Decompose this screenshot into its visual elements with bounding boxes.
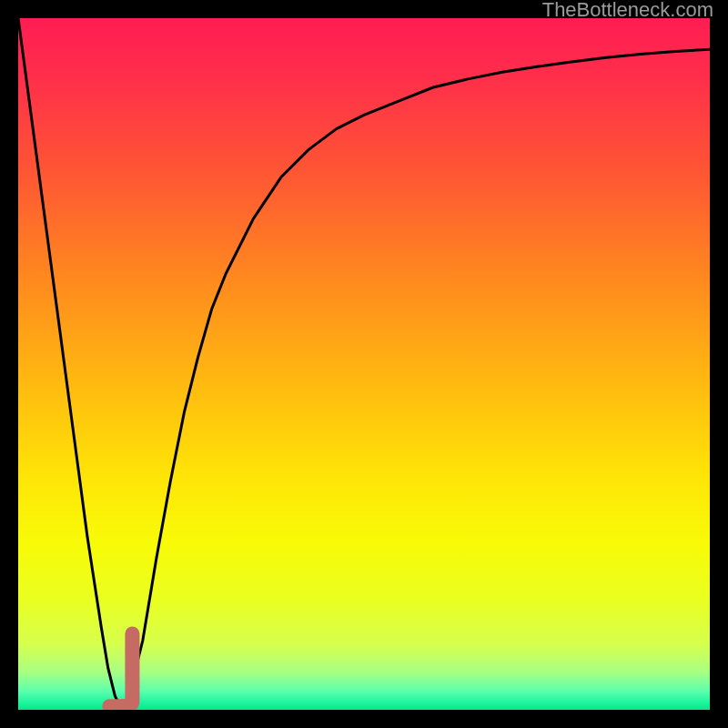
chart-frame: TheBottleneck.com <box>0 0 728 728</box>
optimal-marker <box>109 633 132 706</box>
bottleneck-curve <box>18 18 710 710</box>
curve-layer <box>18 18 710 710</box>
plot-area <box>18 18 710 710</box>
watermark-text: TheBottleneck.com <box>542 0 713 22</box>
